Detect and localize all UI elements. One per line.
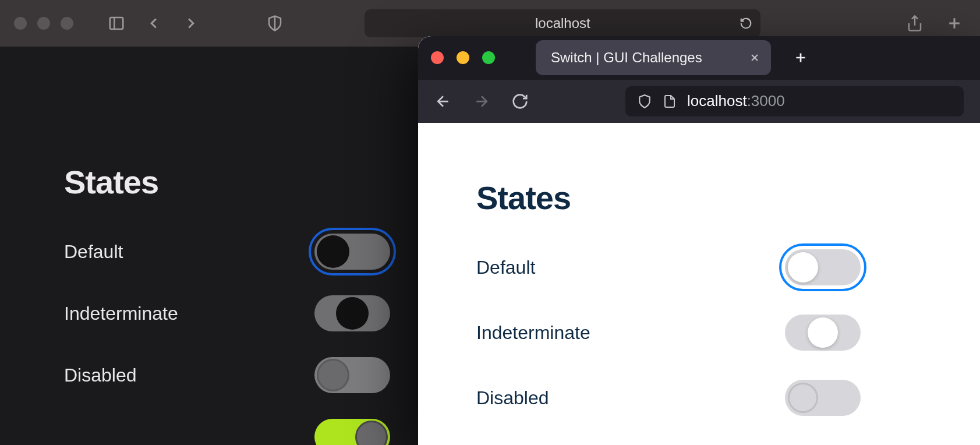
shield-icon[interactable] — [637, 94, 652, 109]
traffic-light-minimize-icon[interactable] — [37, 17, 50, 30]
firefox-window: Switch | GUI Challenges localh — [418, 36, 980, 445]
switch-thumb — [317, 235, 349, 268]
url-port: :3000 — [747, 92, 785, 110]
state-row-default-dark: Default — [64, 234, 390, 270]
traffic-light-zoom-icon[interactable] — [482, 51, 495, 64]
traffic-light-close-icon[interactable] — [14, 17, 27, 30]
switch-indeterminate-dark[interactable] — [314, 295, 390, 331]
state-label: Disabled — [476, 387, 549, 409]
tab-title: Switch | GUI Challenges — [551, 50, 702, 66]
firefox-nav-toolbar: localhost:3000 — [418, 80, 980, 123]
state-label: Default — [64, 241, 123, 263]
safari-traffic-lights — [14, 17, 73, 30]
switch-thumb — [808, 317, 838, 348]
switch-thumb — [336, 297, 369, 330]
safari-address-bar[interactable]: localhost — [365, 9, 760, 37]
switch-thumb — [317, 359, 349, 391]
browser-tab[interactable]: Switch | GUI Challenges — [536, 40, 771, 75]
state-row-indeterminate-dark: Indeterminate — [64, 295, 390, 331]
switch-default-light[interactable] — [785, 249, 861, 285]
state-label: Default — [476, 257, 535, 278]
reload-icon[interactable] — [740, 17, 752, 30]
switch-indeterminate-light[interactable] — [785, 315, 861, 351]
nav-forward-button[interactable] — [179, 12, 203, 35]
traffic-light-zoom-icon[interactable] — [61, 17, 73, 30]
state-row-indeterminate-light: Indeterminate — [476, 315, 861, 351]
svg-rect-0 — [110, 17, 123, 29]
state-row-default-light: Default — [476, 249, 861, 285]
state-row-disabled-light: Disabled — [476, 380, 861, 416]
nav-back-button[interactable] — [434, 93, 452, 110]
url-text: localhost:3000 — [687, 92, 785, 110]
states-heading-light: States — [476, 179, 922, 217]
url-host: localhost — [687, 92, 747, 110]
state-row-disabled-dark: Disabled — [64, 357, 390, 393]
safari-url-text: localhost — [535, 15, 590, 31]
traffic-light-close-icon[interactable] — [431, 51, 444, 64]
switch-disabled-light — [785, 380, 861, 416]
switch-thumb — [788, 252, 818, 282]
sidebar-toggle-button[interactable] — [105, 12, 128, 35]
new-tab-button[interactable] — [943, 12, 966, 35]
nav-back-button[interactable] — [142, 12, 165, 35]
nav-forward-button — [473, 93, 490, 110]
page-icon — [663, 94, 677, 108]
state-label: Disabled — [64, 365, 137, 386]
switch-thumb — [788, 383, 818, 413]
firefox-address-bar[interactable]: localhost:3000 — [625, 86, 964, 116]
firefox-page-content: States Default Indeterminate Disabled — [418, 123, 980, 445]
privacy-shield-icon[interactable] — [263, 12, 286, 35]
state-label: Indeterminate — [476, 322, 590, 344]
share-button[interactable] — [903, 12, 926, 35]
state-row-partial-dark — [64, 419, 390, 445]
firefox-tab-bar: Switch | GUI Challenges — [418, 36, 980, 80]
switch-thumb — [355, 421, 388, 445]
reload-button[interactable] — [511, 93, 529, 110]
switch-checked-green-dark[interactable] — [314, 419, 390, 445]
switch-default-dark[interactable] — [314, 234, 390, 270]
close-tab-button[interactable] — [749, 52, 760, 63]
new-tab-button[interactable] — [793, 50, 808, 65]
traffic-light-minimize-icon[interactable] — [457, 51, 469, 64]
state-label: Indeterminate — [64, 303, 178, 324]
switch-disabled-dark — [314, 357, 390, 393]
